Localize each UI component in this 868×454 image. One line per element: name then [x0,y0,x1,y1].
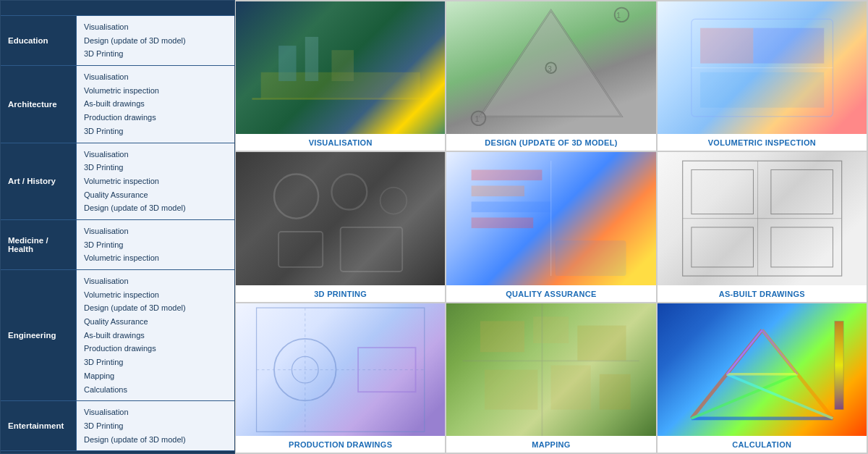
cell-image [236,303,445,436]
cell-image [658,152,867,285]
svg-rect-25 [472,202,551,213]
industry-label: Entertainment [1,401,77,450]
industry-item: Volumetric inspection [84,288,227,302]
cell-label: DESIGN (UPDATE OF 3D MODEL) [482,134,620,151]
industry-label: Education [1,16,77,65]
industry-item: Calculations [84,383,227,397]
industry-items: Visualisation3D PrintingVolumetric inspe… [77,220,234,269]
svg-text:1: 1 [616,11,621,20]
industry-items: VisualisationVolumetric inspectionAs-bui… [77,66,234,142]
grid-cell: MAPPING [446,303,656,453]
svg-rect-16 [700,72,824,108]
industry-item: Volumetric inspection [84,175,227,188]
svg-rect-33 [771,227,833,267]
svg-rect-20 [278,232,323,267]
cell-image [658,1,867,134]
industry-item: Visualisation [84,70,227,84]
industry-item: Visualisation [84,274,227,288]
industry-item: Quality Assurance [84,315,227,329]
industry-item: 3D Printing [84,238,227,252]
industry-label: Architecture [1,66,77,142]
cell-label: 3D PRINTING [311,285,370,302]
svg-rect-2 [305,37,318,81]
industry-item: Design (update of 3D model) [84,301,227,315]
cell-label: VISUALISATION [306,134,375,151]
cell-label: QUALITY ASSURANCE [503,285,600,302]
svg-rect-46 [551,365,591,409]
industry-items: Visualisation3D PrintingVolumetric inspe… [77,143,234,219]
image-placeholder [236,303,445,436]
image-placeholder [658,152,867,285]
panel-title [1,1,234,16]
industry-row: EducationVisualisationDesign (update of … [1,16,234,66]
industry-item: Design (update of 3D model) [84,201,227,215]
industry-item: Visualisation [84,405,227,419]
svg-point-22 [380,188,407,214]
svg-line-57 [762,329,797,374]
industry-item: Production drawings [84,111,227,125]
cell-label: PRODUCTION DRAWINGS [286,436,395,453]
svg-rect-26 [472,218,534,229]
industry-row: EntertainmentVisualisation3D PrintingDes… [1,401,234,451]
grid-cell: AS-BUILT DRAWINGS [657,151,867,302]
grid-cell: PRODUCTION DRAWINGS [235,303,446,453]
svg-rect-36 [257,308,425,432]
svg-rect-1 [278,46,296,81]
industry-item: 3D Printing [84,125,227,138]
industry-item: Production drawings [84,342,227,356]
cell-label: CALCULATION [729,436,794,453]
industry-label: Medicine / Health [1,220,77,269]
svg-rect-24 [472,186,524,197]
grid-cell: 3D PRINTING [235,151,446,302]
cell-image [236,1,445,134]
industry-item: 3D Printing [84,161,227,175]
svg-rect-45 [485,369,537,409]
grid-cell: QUALITY ASSURANCE [446,151,656,302]
cell-label: AS-BUILT DRAWINGS [716,285,808,302]
industry-row: Art / HistoryVisualisation3D PrintingVol… [1,143,234,220]
svg-point-19 [331,175,367,210]
svg-rect-47 [600,374,631,409]
svg-rect-44 [578,325,626,361]
industry-item: Design (update of 3D model) [84,433,227,447]
svg-rect-21 [341,227,403,272]
industry-item: Design (update of 3D model) [84,34,227,48]
svg-line-56 [726,329,762,374]
cell-image: 1 1 3 [446,1,655,134]
industry-row: ArchitectureVisualisationVolumetric insp… [1,66,234,143]
industry-item: As-built drawings [84,329,227,342]
svg-text:1: 1 [475,114,480,123]
svg-rect-3 [331,50,354,81]
svg-rect-30 [692,170,754,214]
industry-label: Engineering [1,270,77,400]
svg-rect-14 [700,28,753,64]
left-panel: EducationVisualisationDesign (update of … [0,0,235,454]
image-placeholder: 1 1 3 [446,1,655,134]
image-placeholder [658,1,867,134]
industry-item: Mapping [84,369,227,383]
cell-label: MAPPING [529,436,573,453]
svg-text:3: 3 [548,64,552,73]
industry-row: EngineeringVisualisationVolumetric inspe… [1,270,234,401]
svg-rect-43 [534,316,569,343]
industry-item: 3D Printing [84,356,227,369]
industry-item: Visualisation [84,224,227,238]
industry-item: 3D Printing [84,419,227,433]
grid-cell: VOLUMETRIC INSPECTION [657,1,867,151]
cell-image [658,303,867,436]
industry-item: Volumetric inspection [84,251,227,265]
cell-image [236,152,445,285]
industry-item: Visualisation [84,148,227,161]
industry-item: As-built drawings [84,97,227,111]
cell-image [446,303,655,436]
svg-rect-42 [480,321,524,352]
image-placeholder [236,152,445,285]
image-placeholder [236,1,445,134]
svg-rect-58 [835,321,843,409]
svg-rect-23 [472,170,542,181]
grid-cell: VISUALISATION [235,1,446,151]
industry-item: Visualisation [84,20,227,34]
svg-rect-28 [556,241,626,277]
industry-items: VisualisationVolumetric inspectionDesign… [77,270,234,400]
grid-cell: 1 1 3 DESIGN (UPDATE OF 3D MODEL) [446,1,656,151]
